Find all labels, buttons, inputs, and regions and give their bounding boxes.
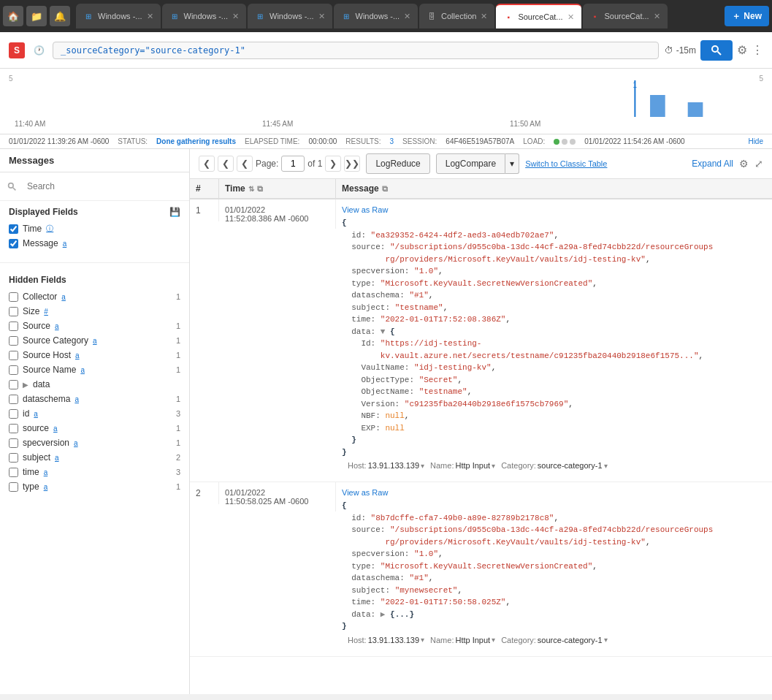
row-1-time: 01/01/2022 11:52:08.386 AM -0600 — [219, 199, 336, 229]
new-tab-button[interactable]: ＋ New — [725, 6, 769, 26]
field-source-link[interactable]: a — [55, 322, 59, 330]
field-source-host-checkbox[interactable] — [9, 351, 18, 360]
tab-windows1-close[interactable]: ✕ — [147, 12, 153, 21]
expand-all-button[interactable]: Expand All — [692, 159, 733, 169]
tab-windows1[interactable]: ⊞ Windows -... ✕ — [76, 4, 161, 28]
field-source-lc-link[interactable]: a — [53, 425, 58, 433]
tab-collection[interactable]: 🗄 Collection ✕ — [419, 4, 494, 28]
field-subject-checkbox[interactable] — [9, 453, 18, 463]
field-size-checkbox[interactable] — [9, 307, 18, 316]
field-source-name-label: Source Name — [23, 365, 76, 375]
row-2-num: 2 — [190, 482, 219, 504]
page-next-btn[interactable]: ❯ — [325, 156, 341, 172]
field-type-checkbox[interactable] — [9, 482, 18, 492]
tab-windows3-close[interactable]: ✕ — [318, 12, 325, 21]
settings-icon[interactable]: ⚙ — [737, 43, 747, 57]
field-time-checkbox[interactable] — [9, 224, 18, 234]
row-1-view-raw[interactable]: View as Raw — [342, 205, 766, 214]
field-dataschema-count: 1 — [176, 395, 180, 403]
tab-windows3[interactable]: ⊞ Windows -... ✕ — [248, 4, 332, 28]
field-message-checkbox[interactable] — [9, 239, 18, 248]
displayed-fields-section: Displayed Fields 💾 Time ⓘ Message a — [0, 201, 189, 256]
field-time-lc-label: time — [23, 467, 39, 477]
field-subject-link[interactable]: a — [55, 454, 59, 462]
copy-message-icon[interactable]: ⧉ — [382, 184, 388, 194]
tab-sourcecat1[interactable]: ▪ SourceCat... ✕ — [496, 4, 581, 28]
field-size-link[interactable]: # — [44, 308, 48, 316]
field-time-lc: time a 3 — [9, 465, 180, 479]
field-collector-link[interactable]: a — [61, 293, 66, 301]
field-dataschema-link[interactable]: a — [74, 395, 79, 403]
field-time-lc-link[interactable]: a — [44, 468, 48, 476]
field-id-checkbox[interactable] — [9, 409, 18, 419]
row-1-host-tag[interactable]: Host: 13.91.133.139 ▾ — [348, 461, 424, 470]
page-prev-btn[interactable]: ❮ — [218, 156, 234, 172]
tab-sourcecat1-close[interactable]: ✕ — [567, 12, 574, 22]
more-options-icon[interactable]: ⋮ — [752, 43, 763, 57]
chart-svg: 1 — [9, 80, 763, 117]
run-search-button[interactable] — [700, 40, 733, 61]
time-range-btn[interactable]: ⏱ -15m — [665, 45, 696, 56]
log-compare-button[interactable]: LogCompare — [436, 153, 505, 174]
field-collector-checkbox[interactable] — [9, 292, 18, 302]
hide-button[interactable]: Hide — [748, 137, 763, 145]
home-tab-btn[interactable]: 🏠 — [3, 6, 23, 26]
row-2-category-tag[interactable]: Category: source-category-1 ▾ — [501, 636, 607, 644]
field-id-link[interactable]: a — [34, 410, 38, 418]
field-type-link[interactable]: a — [44, 483, 48, 491]
log-compare-dropdown[interactable]: ▾ — [505, 153, 519, 174]
tab-windows2[interactable]: ⊞ Windows -... ✕ — [162, 4, 247, 28]
folder-tab-btn[interactable]: 📁 — [26, 6, 47, 26]
tab-windows4-close[interactable]: ✕ — [404, 12, 410, 21]
row-2-host-tag[interactable]: Host: 13.91.133.139 ▾ — [348, 636, 424, 644]
field-time-lc-checkbox[interactable] — [9, 468, 18, 477]
field-dataschema-checkbox[interactable] — [9, 395, 18, 404]
tab-sourcecat2[interactable]: ▪ SourceCat... ✕ — [583, 4, 668, 28]
bell-tab-btn[interactable]: 🔔 — [50, 6, 70, 26]
status-value: Done gathering results — [156, 137, 236, 145]
messages-tab: Messages — [0, 149, 189, 172]
tab-windows2-close[interactable]: ✕ — [232, 12, 239, 21]
time-label-1: 11:40 AM — [15, 120, 45, 128]
tab-collection-close[interactable]: ✕ — [481, 12, 487, 21]
fields-search-input[interactable] — [21, 178, 182, 194]
right-panel: ❮ ❮ ❮ Page: of 1 ❯ ❯❯ LogReduce LogCompa… — [190, 149, 772, 694]
field-source-count: 1 — [176, 322, 180, 330]
row-1-category-tag[interactable]: Category: source-category-1 ▾ — [501, 461, 607, 470]
page-number-input[interactable] — [281, 156, 305, 172]
clock-icon[interactable]: 🕐 — [31, 42, 47, 58]
field-source-category-link[interactable]: a — [93, 337, 97, 345]
page-first-btn[interactable]: ❮ — [199, 156, 215, 172]
field-data-checkbox[interactable] — [9, 380, 18, 389]
field-source-checkbox[interactable] — [9, 322, 18, 331]
page-next2-btn[interactable]: ❯❯ — [344, 156, 360, 172]
row-2-view-raw[interactable]: View as Raw — [342, 488, 766, 497]
field-source-category-checkbox[interactable] — [9, 336, 18, 346]
save-fields-icon[interactable]: 💾 — [169, 207, 180, 217]
sort-time-icon[interactable]: ⇅ — [248, 185, 254, 193]
field-specversion-checkbox[interactable] — [9, 438, 18, 448]
field-source-host-link[interactable]: a — [75, 351, 80, 359]
field-message-link[interactable]: a — [63, 240, 67, 248]
field-specversion-count: 1 — [176, 438, 180, 447]
query-input[interactable] — [53, 42, 659, 59]
fullscreen-icon[interactable]: ⤢ — [754, 158, 763, 170]
row-1-name-tag[interactable]: Name: Http Input ▾ — [430, 461, 495, 470]
field-specversion-link[interactable]: a — [74, 439, 78, 447]
page-prev2-btn[interactable]: ❮ — [237, 156, 253, 172]
tab-sourcecat2-close[interactable]: ✕ — [654, 12, 660, 21]
table-row: 1 01/01/2022 11:52:08.386 AM -0600 View … — [190, 199, 772, 482]
row-2-name-tag[interactable]: Name: Http Input ▾ — [430, 636, 495, 644]
log-reduce-button[interactable]: LogReduce — [366, 153, 429, 174]
status-start-time: 01/01/2022 11:39:26 AM -0600 — [9, 137, 109, 145]
field-source-lc-checkbox[interactable] — [9, 424, 18, 433]
switch-classic-button[interactable]: Switch to Classic Table — [525, 159, 607, 168]
plus-icon: ＋ — [732, 10, 741, 23]
copy-time-icon[interactable]: ⧉ — [257, 184, 263, 194]
table-settings-icon[interactable]: ⚙ — [739, 158, 749, 170]
field-source-name-checkbox[interactable] — [9, 365, 18, 375]
field-source-name-link[interactable]: a — [80, 366, 85, 374]
field-time-info-icon[interactable]: ⓘ — [46, 224, 53, 234]
tab-windows4[interactable]: ⊞ Windows -... ✕ — [334, 4, 419, 28]
field-source-host: Source Host a 1 — [9, 348, 180, 362]
